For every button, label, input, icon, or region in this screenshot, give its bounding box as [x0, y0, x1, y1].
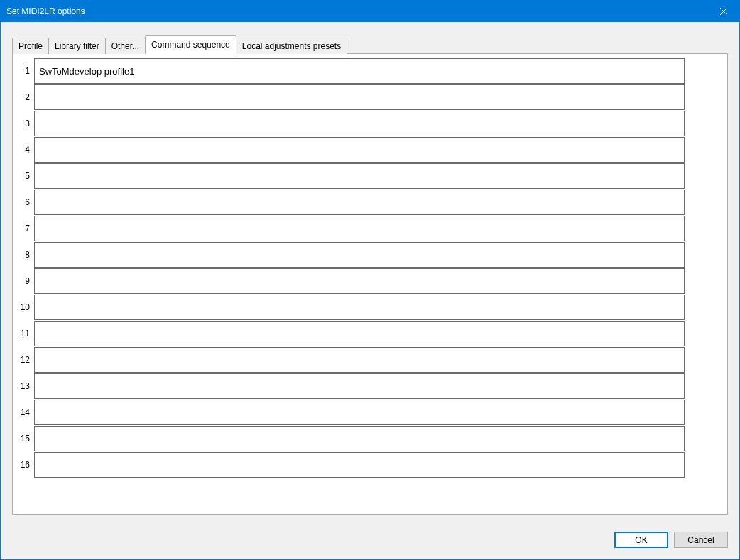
- row-number: 3: [17, 119, 34, 128]
- sequence-input-15[interactable]: [34, 426, 685, 451]
- sequence-row: 14: [17, 400, 685, 425]
- tab-profile[interactable]: Profile: [12, 38, 49, 54]
- tab-panel: 1 2 3 4 5 6 7: [12, 53, 728, 515]
- sequence-row: 11: [17, 321, 685, 346]
- row-number: 4: [17, 145, 34, 155]
- tab-command-sequence[interactable]: Command sequence: [145, 35, 236, 54]
- sequence-input-9[interactable]: [34, 268, 685, 294]
- sequence-row: 9: [17, 268, 685, 294]
- sequence-input-12[interactable]: [34, 347, 685, 373]
- sequence-row: 10: [17, 295, 685, 320]
- tab-library-filter[interactable]: Library filter: [48, 38, 106, 54]
- sequence-input-2[interactable]: [34, 84, 685, 110]
- ok-button[interactable]: OK: [614, 532, 668, 548]
- row-number: 2: [17, 92, 34, 102]
- sequence-row: 12: [17, 347, 685, 373]
- row-number: 9: [17, 276, 34, 286]
- row-number: 8: [17, 250, 34, 260]
- sequence-row: 1: [17, 58, 685, 84]
- row-number: 13: [17, 381, 34, 391]
- row-number: 10: [17, 302, 34, 312]
- row-number: 1: [17, 66, 34, 76]
- sequence-row: 13: [17, 373, 685, 399]
- sequence-input-16[interactable]: [34, 452, 685, 478]
- sequence-row: 8: [17, 242, 685, 268]
- sequence-input-11[interactable]: [34, 321, 685, 346]
- close-icon: [720, 8, 727, 15]
- sequence-row: 16: [17, 452, 685, 478]
- row-number: 11: [17, 329, 34, 339]
- sequence-row: 2: [17, 84, 685, 110]
- row-number: 16: [17, 460, 34, 470]
- row-number: 14: [17, 407, 34, 417]
- cancel-button[interactable]: Cancel: [674, 532, 728, 548]
- titlebar: Set MIDI2LR options: [1, 1, 739, 22]
- row-number: 7: [17, 224, 34, 234]
- tab-container: Profile Library filter Other... Command …: [12, 36, 728, 515]
- sequence-input-14[interactable]: [34, 400, 685, 425]
- sequence-input-3[interactable]: [34, 111, 685, 136]
- sequence-row: 15: [17, 426, 685, 451]
- sequence-input-5[interactable]: [34, 163, 685, 189]
- content-area: Profile Library filter Other... Command …: [1, 22, 739, 559]
- close-button[interactable]: [707, 1, 739, 22]
- sequence-row: 6: [17, 190, 685, 215]
- sequence-input-13[interactable]: [34, 373, 685, 399]
- row-number: 12: [17, 355, 34, 365]
- tab-local-adjustments-presets[interactable]: Local adjustments presets: [236, 38, 347, 54]
- sequence-input-8[interactable]: [34, 242, 685, 268]
- sequence-row: 7: [17, 216, 685, 241]
- sequence-input-1[interactable]: [34, 58, 685, 84]
- sequence-row: 5: [17, 163, 685, 189]
- sequence-row: 3: [17, 111, 685, 136]
- row-number: 6: [17, 197, 34, 207]
- row-number: 5: [17, 171, 34, 181]
- sequence-input-6[interactable]: [34, 190, 685, 215]
- sequence-input-10[interactable]: [34, 295, 685, 320]
- tab-other[interactable]: Other...: [105, 38, 146, 54]
- window-title: Set MIDI2LR options: [6, 6, 85, 16]
- tabs-row: Profile Library filter Other... Command …: [12, 36, 728, 53]
- sequence-input-4[interactable]: [34, 137, 685, 163]
- sequence-input-7[interactable]: [34, 216, 685, 241]
- sequence-row: 4: [17, 137, 685, 163]
- row-number: 15: [17, 434, 34, 444]
- dialog-buttons: OK Cancel: [12, 532, 728, 548]
